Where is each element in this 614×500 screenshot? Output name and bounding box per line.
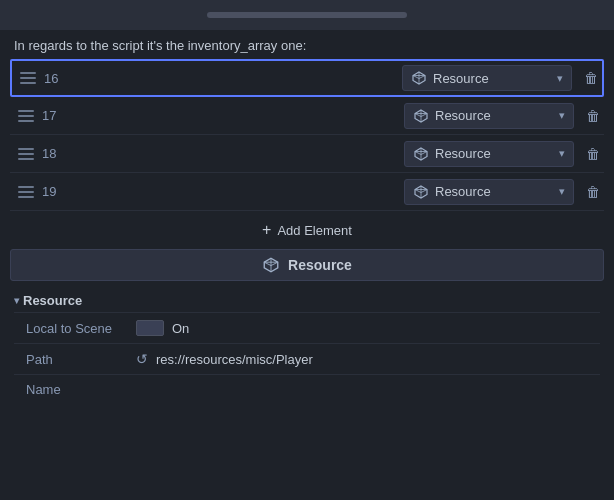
resource-label-17: Resource (435, 108, 553, 123)
row-number-18: 18 (42, 146, 72, 161)
section-chevron: ▾ (14, 295, 19, 306)
info-text: In regards to the script it's the invent… (0, 30, 614, 59)
toggle-local-to-scene[interactable] (136, 320, 164, 336)
delete-button-19[interactable]: 🗑 (582, 182, 604, 202)
section-title-label: Resource (23, 293, 82, 308)
list-row: 18 Resource ▾ 🗑 (10, 135, 604, 173)
svg-line-4 (413, 76, 419, 79)
scrollbar-track[interactable] (207, 12, 407, 18)
resource-label-19: Resource (435, 184, 553, 199)
add-element-label: Add Element (277, 223, 351, 238)
delete-button-17[interactable]: 🗑 (582, 106, 604, 126)
property-row-local-to-scene: Local to Scene On (14, 312, 600, 343)
prop-value-local-to-scene: On (136, 320, 189, 336)
resource-dropdown-17[interactable]: Resource ▾ (404, 103, 574, 129)
prop-label-local-to-scene: Local to Scene (26, 321, 136, 336)
prop-label-path: Path (26, 352, 136, 367)
list-container: 16 Resource ▾ 🗑 17 (0, 59, 614, 211)
resource-dropdown-18[interactable]: Resource ▾ (404, 141, 574, 167)
list-row: 19 Resource ▾ 🗑 (10, 173, 604, 211)
property-row-path: Path ↺ res://resources/misc/Player (14, 343, 600, 374)
svg-line-14 (415, 151, 421, 154)
svg-line-23 (271, 262, 278, 265)
chevron-icon-19: ▾ (559, 185, 565, 198)
svg-line-3 (419, 76, 425, 79)
cube-icon-17 (413, 108, 429, 124)
section-title[interactable]: ▾ Resource (14, 289, 600, 312)
row-number-16: 16 (44, 71, 74, 86)
add-icon: + (262, 221, 271, 239)
resource-dropdown-19[interactable]: Resource ▾ (404, 179, 574, 205)
prop-label-name: Name (26, 382, 136, 397)
svg-line-9 (415, 113, 421, 116)
cube-icon-18 (413, 146, 429, 162)
cube-icon-19 (413, 184, 429, 200)
list-row: 17 Resource ▾ 🗑 (10, 97, 604, 135)
chevron-icon-17: ▾ (559, 109, 565, 122)
chevron-icon-18: ▾ (559, 147, 565, 160)
cube-icon-header (262, 256, 280, 274)
svg-line-24 (264, 262, 271, 265)
resource-header-bar: Resource (10, 249, 604, 281)
row-number-19: 19 (42, 184, 72, 199)
chevron-icon-16: ▾ (557, 72, 563, 85)
add-element-row[interactable]: + Add Element (10, 213, 604, 245)
path-value: res://resources/misc/Player (156, 352, 313, 367)
svg-line-8 (421, 113, 427, 116)
property-row-name: Name (14, 374, 600, 404)
resource-label-18: Resource (435, 146, 553, 161)
svg-line-19 (415, 189, 421, 192)
resource-label-16: Resource (433, 71, 551, 86)
list-row: 16 Resource ▾ 🗑 (10, 59, 604, 97)
cube-icon-16 (411, 70, 427, 86)
drag-handle-18[interactable] (10, 148, 42, 160)
row-number-17: 17 (42, 108, 72, 123)
resource-dropdown-16[interactable]: Resource ▾ (402, 65, 572, 91)
drag-handle-19[interactable] (10, 186, 42, 198)
top-scrollbar-bar (0, 0, 614, 30)
delete-button-16[interactable]: 🗑 (580, 68, 602, 88)
svg-line-18 (421, 189, 427, 192)
prop-value-path: ↺ res://resources/misc/Player (136, 351, 313, 367)
path-refresh-icon: ↺ (136, 351, 148, 367)
delete-button-18[interactable]: 🗑 (582, 144, 604, 164)
svg-line-13 (421, 151, 427, 154)
resource-header-label: Resource (288, 257, 352, 273)
toggle-on-label: On (172, 321, 189, 336)
resource-section: ▾ Resource Local to Scene On Path ↺ res:… (0, 285, 614, 404)
drag-handle-17[interactable] (10, 110, 42, 122)
drag-handle-16[interactable] (12, 72, 44, 84)
